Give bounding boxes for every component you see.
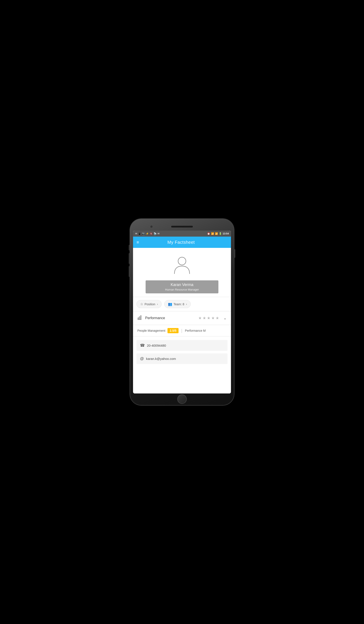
- status-bar: ✉ 📱 📷 ⚡ 🔇 📡 ✉ ⏰ 📶 📶 🔋 13:54: [133, 231, 231, 237]
- expand-chevron-icon[interactable]: ⌄: [223, 316, 227, 320]
- camera-status-icon: 📷: [142, 232, 145, 235]
- svg-rect-1: [138, 318, 139, 320]
- volume-down-button: [129, 253, 130, 264]
- email-icon: @: [140, 356, 144, 361]
- people-management-score: 2.5/5: [167, 328, 179, 333]
- nfc-status-icon: 📡: [154, 232, 157, 235]
- wifi-icon: 📶: [211, 232, 214, 235]
- team-button[interactable]: 👥 Team: 8 ›: [164, 300, 191, 308]
- user-avatar: [171, 254, 193, 276]
- mute-status-icon: 🔇: [150, 232, 153, 235]
- app-bar: ≡ My Factsheet: [133, 237, 231, 248]
- star-4: ★: [211, 316, 215, 320]
- star-icon: ☆: [140, 302, 143, 306]
- performance-row[interactable]: Performance ★ ★ ★ ★ ★ ⌄: [133, 311, 231, 325]
- performance-chart-icon: [137, 315, 143, 321]
- avatar-container: [170, 253, 194, 277]
- action-buttons-row: ☆ Position › 👥 Team: 8 ›: [133, 297, 231, 311]
- phone-screen: ✉ 📱 📷 ⚡ 🔇 📡 ✉ ⏰ 📶 📶 🔋 13:54 ≡ My Factshe…: [133, 231, 231, 393]
- alarm-icon: ⏰: [207, 232, 210, 235]
- svg-point-0: [178, 257, 186, 265]
- profile-section: Karan Verma Human Resource Manager: [133, 248, 231, 297]
- user-name: Karan Verma: [154, 283, 210, 287]
- performance-management-label: Performance M: [185, 329, 206, 332]
- performance-stars: ★ ★ ★ ★ ★: [198, 316, 219, 320]
- people-management-label: People Management: [137, 329, 165, 332]
- hamburger-menu-button[interactable]: ≡: [136, 240, 139, 245]
- signal-icon: 📶: [215, 232, 218, 235]
- status-right-icons: ⏰ 📶 📶 🔋 13:54: [207, 232, 229, 235]
- performance-label: Performance: [145, 316, 196, 320]
- whatsapp-status-icon: 📱: [138, 232, 141, 235]
- people-management-metric: People Management 2.5/5: [137, 328, 179, 333]
- content-area: Karan Verma Human Resource Manager ☆ Pos…: [133, 248, 231, 393]
- svg-rect-3: [140, 316, 141, 320]
- phone-icon: ☎: [140, 343, 145, 348]
- phone-bottom: [133, 395, 231, 403]
- battery-icon: 🔋: [219, 232, 222, 235]
- email-contact-item: @ karan.k@yahoo.com: [136, 353, 228, 364]
- contact-section: ☎ 20-40094480 @ karan.k@yahoo.com: [133, 337, 231, 367]
- team-label: Team: 8: [174, 303, 184, 306]
- phone-top-bar: [133, 223, 231, 231]
- app-title: My Factsheet: [143, 240, 228, 245]
- earpiece-speaker: [171, 226, 193, 228]
- position-chevron-icon: ›: [157, 303, 158, 306]
- time-display: 13:54: [223, 232, 229, 235]
- name-badge: Karan Verma Human Resource Manager: [146, 280, 218, 293]
- msg-status-icon: ✉: [157, 232, 159, 235]
- metrics-row: People Management 2.5/5 | Performance M: [133, 325, 231, 336]
- front-camera: [150, 226, 153, 228]
- svg-rect-2: [139, 317, 140, 320]
- volume-up-button: [129, 245, 130, 251]
- star-5: ★: [216, 316, 219, 320]
- email-address: karan.k@yahoo.com: [146, 357, 176, 361]
- status-left-icons: ✉ 📱 📷 ⚡ 🔇 📡 ✉: [135, 232, 159, 235]
- metric-separator: |: [181, 328, 182, 333]
- phone-number: 20-40094480: [147, 344, 166, 347]
- phone-device: ✉ 📱 📷 ⚡ 🔇 📡 ✉ ⏰ 📶 📶 🔋 13:54 ≡ My Factshe…: [130, 219, 234, 405]
- flash-status-icon: ⚡: [146, 232, 149, 235]
- team-chevron-icon: ›: [186, 303, 187, 306]
- star-1: ★: [198, 316, 202, 320]
- phone-contact-item: ☎ 20-40094480: [136, 340, 228, 351]
- position-label: Position: [145, 303, 155, 306]
- team-icon: 👥: [168, 302, 172, 306]
- position-button[interactable]: ☆ Position ›: [136, 300, 162, 308]
- star-2: ★: [203, 316, 206, 320]
- email-status-icon: ✉: [135, 232, 137, 235]
- user-job-title: Human Resource Manager: [154, 288, 210, 291]
- camera-button: [129, 266, 130, 277]
- home-button[interactable]: [177, 394, 187, 404]
- power-button: [234, 249, 235, 258]
- star-3: ★: [207, 316, 210, 320]
